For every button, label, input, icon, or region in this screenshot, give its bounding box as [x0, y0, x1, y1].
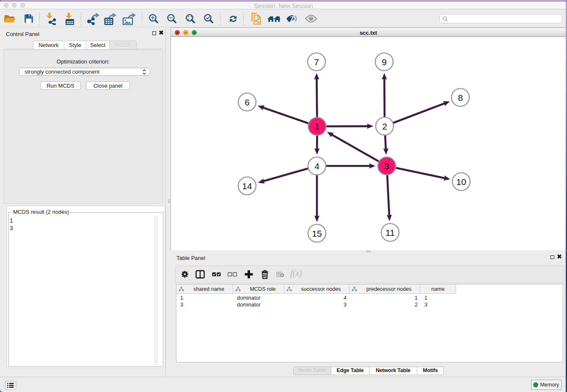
svg-text:6: 6 [245, 97, 250, 107]
svg-text:7: 7 [314, 57, 319, 67]
svg-text:11: 11 [385, 228, 395, 237]
svg-text:14: 14 [242, 181, 252, 191]
svg-text:10: 10 [456, 177, 466, 187]
svg-text:8: 8 [458, 93, 463, 102]
svg-text:3: 3 [384, 161, 389, 171]
svg-text:9: 9 [382, 57, 387, 67]
svg-text:1: 1 [315, 121, 320, 131]
svg-text:4: 4 [314, 161, 319, 171]
svg-text:15: 15 [312, 229, 322, 238]
svg-text:2: 2 [382, 121, 387, 131]
